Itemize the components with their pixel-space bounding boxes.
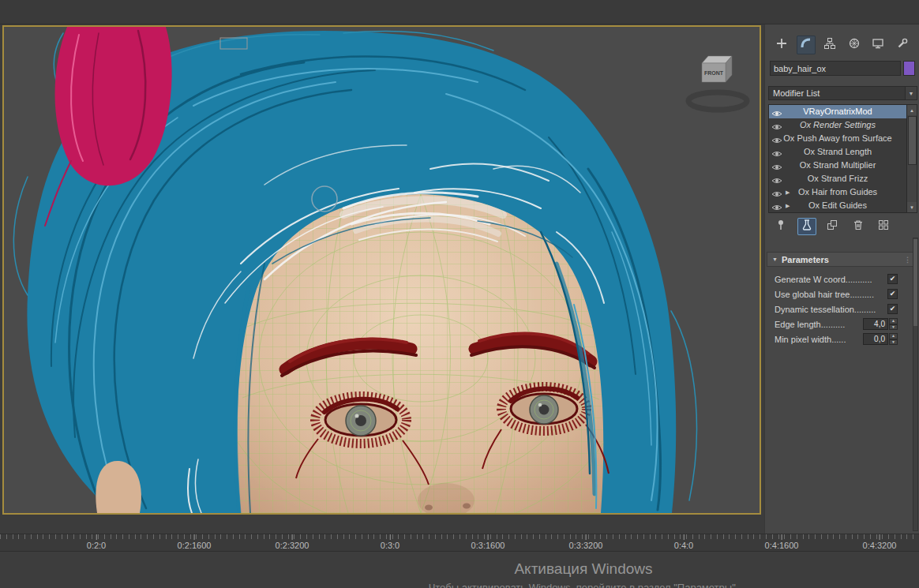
- trash-icon: [852, 219, 865, 234]
- spinner-up-button[interactable]: ▲: [889, 333, 898, 339]
- checkmark-icon: ✔: [890, 305, 896, 313]
- param-row-edge-length: Edge length.......... 4,0 ▲ ▼: [767, 316, 917, 331]
- display-icon: [872, 37, 884, 53]
- panel-scrollbar[interactable]: [913, 238, 918, 531]
- make-unique-icon: [826, 219, 838, 234]
- hierarchy-icon: [823, 37, 836, 53]
- parameters-rollout: ▼ Parameters ⋮ Generate W coord.........…: [767, 252, 917, 346]
- param-label: Edge length..........: [775, 320, 863, 329]
- command-panel: Modifier List ▼ VRayOrnatrixMod Ox Rende…: [764, 24, 919, 534]
- modifier-row-label: Ox Strand Frizz: [808, 174, 868, 183]
- viewport-canvas[interactable]: FRONT: [4, 27, 760, 513]
- create-plus-icon: [775, 37, 788, 53]
- show-end-result-icon: [801, 219, 813, 234]
- modifier-row-ox-push-away[interactable]: Ox Push Away from Surface: [769, 132, 906, 145]
- pin-stack-button[interactable]: [771, 218, 790, 235]
- modify-icon: [800, 37, 812, 53]
- active-viewport[interactable]: FRONT: [2, 25, 761, 515]
- application-window: FRONT: [0, 0, 919, 588]
- scrollbar-thumb[interactable]: [908, 116, 917, 165]
- time-tick-label: 0:4:1600: [765, 541, 799, 550]
- spinner-down-button[interactable]: ▼: [889, 324, 898, 331]
- show-end-result-button[interactable]: [797, 218, 816, 235]
- make-unique-button[interactable]: [823, 218, 842, 235]
- modifier-row-ox-strand-multiplier[interactable]: Ox Strand Multiplier: [769, 159, 906, 172]
- edge-length-field[interactable]: 4,0: [863, 318, 888, 330]
- tab-utilities[interactable]: [893, 36, 912, 54]
- windows-activation-watermark: Активация Windows: [514, 560, 652, 578]
- modifier-stack-scrollbar[interactable]: ▲ ▼: [906, 105, 917, 212]
- tab-display[interactable]: [868, 36, 887, 54]
- modifier-stack-rows: VRayOrnatrixMod Ox Render Settings Ox Pu…: [769, 105, 906, 212]
- spinner-up-button[interactable]: ▲: [889, 318, 898, 324]
- time-tick-label: 0:4:3200: [863, 541, 897, 550]
- modifier-row-label: Ox Strand Length: [804, 147, 872, 156]
- param-row-use-global-hair-tree: Use global hair tree.......... ✔: [767, 287, 917, 301]
- spinner-down-button[interactable]: ▼: [889, 339, 898, 346]
- view-cube-label[interactable]: FRONT: [704, 70, 724, 76]
- parameters-rollout-header[interactable]: ▼ Parameters ⋮: [767, 252, 917, 267]
- object-name-row: [770, 61, 915, 76]
- object-name-field[interactable]: [770, 61, 901, 76]
- visibility-eye-icon[interactable]: [771, 202, 782, 213]
- remove-modifier-button[interactable]: [849, 218, 868, 235]
- modifier-row-label: Ox Strand Multiplier: [800, 160, 876, 170]
- time-tick-label: 0:3:3200: [569, 541, 603, 550]
- param-label: Use global hair tree..........: [775, 290, 887, 299]
- scroll-down-button[interactable]: ▼: [907, 202, 917, 212]
- scroll-up-button[interactable]: ▲: [907, 105, 917, 115]
- time-tick-label: 0:3:1600: [471, 541, 505, 550]
- modifier-stack: VRayOrnatrixMod Ox Render Settings Ox Pu…: [768, 104, 917, 213]
- rollout-title: Parameters: [782, 255, 829, 264]
- modifier-stack-toolbar: [771, 217, 893, 236]
- motion-icon: [848, 37, 861, 53]
- time-tick-label: 0:2:3200: [276, 541, 309, 550]
- modifier-row-label: VRayOrnatrixMod: [803, 107, 872, 116]
- rollout-grip-icon: ⋮: [904, 256, 911, 264]
- pin-stack-icon: [775, 219, 787, 234]
- modifier-row-label: Ox Render Settings: [800, 120, 876, 129]
- modifier-row-ox-hair-from-guides[interactable]: ▶ Ox Hair from Guides: [769, 185, 906, 199]
- bottom-strip: Активация Windows Чтобы активировать Win…: [0, 552, 919, 588]
- modifier-row-ox-edit-guides[interactable]: ▶ Ox Edit Guides: [769, 199, 906, 212]
- object-color-swatch[interactable]: [903, 61, 915, 76]
- modifier-row-vrayornatrixmod[interactable]: VRayOrnatrixMod: [769, 105, 906, 118]
- tab-modify[interactable]: [797, 36, 816, 54]
- chevron-down-icon[interactable]: ▼: [905, 87, 917, 99]
- panel-scrollbar-thumb[interactable]: [913, 239, 917, 326]
- time-ruler[interactable]: 0:2:0 0:2:1600 0:2:3200 0:3:0 0:3:1600 0…: [0, 534, 919, 552]
- param-label: Min pixel width......: [775, 335, 863, 344]
- dynamic-tessellation-checkbox[interactable]: ✔: [887, 304, 898, 314]
- configure-modifier-sets-button[interactable]: [874, 218, 893, 235]
- tab-hierarchy[interactable]: [820, 36, 839, 54]
- min-pixel-width-spinner: ▲ ▼: [889, 333, 898, 345]
- top-bar: [0, 0, 919, 24]
- rollout-open-icon: ▼: [772, 257, 778, 262]
- modifier-row-ox-strand-length[interactable]: Ox Strand Length: [769, 145, 906, 159]
- expand-arrow-icon[interactable]: ▶: [786, 199, 790, 212]
- generate-w-coord-checkbox[interactable]: ✔: [887, 274, 898, 284]
- time-tick-label: 0:2:0: [87, 541, 106, 550]
- tab-motion[interactable]: [845, 36, 864, 54]
- tab-create[interactable]: [772, 36, 791, 54]
- param-row-generate-w-coord: Generate W coord........... ✔: [767, 272, 917, 287]
- windows-activation-subtext: Чтобы активировать Windows, перейдите в …: [429, 582, 739, 588]
- modifier-list-dropdown[interactable]: Modifier List ▼: [768, 86, 917, 100]
- param-row-min-pixel-width: Min pixel width...... 0,0 ▲ ▼: [767, 331, 917, 346]
- use-global-hair-tree-checkbox[interactable]: ✔: [887, 289, 898, 299]
- param-label: Generate W coord...........: [775, 275, 887, 284]
- time-tick-label: 0:4:0: [674, 541, 693, 550]
- param-row-dynamic-tessellation: Dynamic tessellation......... ✔: [767, 301, 917, 316]
- min-pixel-width-field[interactable]: 0,0: [863, 333, 888, 345]
- modifier-list-label: Modifier List: [769, 88, 905, 98]
- utilities-wrench-icon: [896, 37, 909, 53]
- checkmark-icon: ✔: [890, 290, 896, 298]
- modifier-row-ox-strand-frizz[interactable]: Ox Strand Frizz: [769, 172, 906, 185]
- checkmark-icon: ✔: [890, 275, 896, 283]
- command-panel-tabs: [765, 36, 919, 54]
- expand-arrow-icon[interactable]: ▶: [786, 185, 790, 199]
- modifier-row-ox-render-settings[interactable]: Ox Render Settings: [769, 118, 906, 132]
- modifier-row-label: Ox Push Away from Surface: [783, 133, 891, 143]
- param-label: Dynamic tessellation.........: [775, 305, 887, 314]
- configure-modifier-sets-icon: [877, 219, 890, 234]
